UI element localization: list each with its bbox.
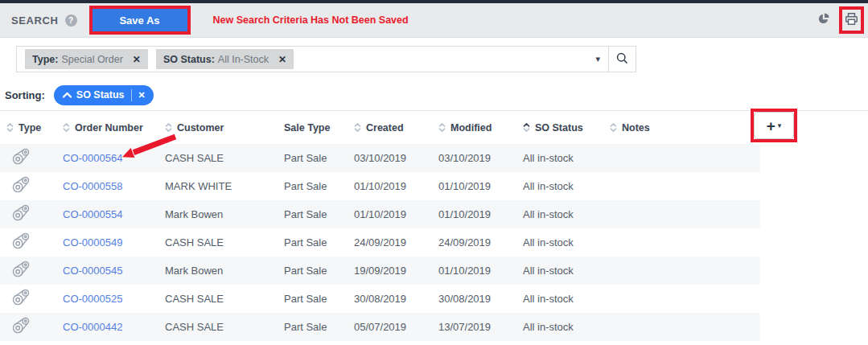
column-header-modified[interactable]: Modified: [438, 121, 523, 133]
column-label: Type: [19, 122, 41, 133]
sale-type-cell: Part Sale: [284, 293, 354, 305]
filter-chip-type[interactable]: Type: Special Order ✕: [25, 49, 148, 69]
order-number-cell: CO-0000564: [63, 152, 165, 164]
add-column-button[interactable]: + ▾: [754, 112, 794, 139]
column-header-sale-type: Sale Type: [284, 122, 354, 133]
search-header-bar: SEARCH ? Save As New Search Criteria Has…: [0, 3, 868, 38]
sorting-bar: Sorting: SO Status ✕: [0, 80, 868, 110]
column-header-created[interactable]: Created: [354, 121, 438, 133]
so-status-cell: All in-stock: [523, 180, 610, 192]
chart-view-button[interactable]: [815, 10, 832, 30]
type-cell: [6, 148, 63, 168]
filter-chip-label: Type:: [32, 54, 58, 65]
so-status-cell: All in-stock: [523, 152, 610, 164]
print-button[interactable]: [842, 10, 861, 31]
sale-type-cell: Part Sale: [284, 208, 354, 220]
table-row[interactable]: CO-0000545 Mark Bowen Part Sale 19/09/20…: [0, 257, 760, 285]
filter-chip-so-status[interactable]: SO Status: All In-Stock ✕: [156, 49, 294, 69]
special-order-belt-icon: [11, 261, 31, 281]
order-number-cell: CO-0000558: [63, 180, 165, 192]
order-number-cell: CO-0000525: [63, 293, 165, 305]
column-label: Modified: [450, 122, 492, 133]
order-number-link[interactable]: CO-0000558: [63, 180, 122, 192]
order-number-link[interactable]: CO-0000554: [63, 208, 122, 220]
order-number-link[interactable]: CO-0000545: [63, 265, 122, 277]
page-title: SEARCH: [11, 14, 59, 27]
customer-cell: Mark Bowen: [165, 265, 284, 277]
run-search-button[interactable]: [609, 46, 636, 72]
customer-cell: CASH SALE: [165, 321, 284, 333]
remove-filter-icon[interactable]: ✕: [278, 54, 286, 65]
sale-type-cell: Part Sale: [284, 180, 354, 192]
customer-cell: CASH SALE: [165, 152, 284, 164]
order-number-cell: CO-0000442: [63, 321, 165, 333]
column-header-so-status[interactable]: SO Status: [523, 121, 610, 133]
filter-bar: Type: Special Order ✕ SO Status: All In-…: [0, 38, 868, 80]
column-header-order-number[interactable]: Order Number: [63, 121, 165, 133]
printer-icon: [844, 11, 859, 29]
column-label: Customer: [177, 122, 224, 133]
unsaved-criteria-warning: New Search Criteria Has Not Been Saved: [213, 14, 409, 26]
sale-type-cell: Part Sale: [284, 152, 354, 164]
sale-type-cell: Part Sale: [284, 265, 354, 277]
type-cell: [6, 317, 63, 337]
special-order-belt-icon: [11, 317, 31, 337]
table-row[interactable]: CO-0000564 CASH SALE Part Sale 03/10/201…: [0, 144, 760, 172]
filter-chip-value: All In-Stock: [218, 54, 269, 65]
special-order-belt-icon: [11, 176, 31, 196]
order-number-link[interactable]: CO-0000564: [63, 152, 122, 164]
sort-chip-value: SO Status: [76, 89, 125, 101]
order-number-cell: CO-0000545: [63, 265, 165, 277]
column-header-type[interactable]: Type: [6, 121, 63, 133]
pie-chart-icon: [817, 12, 830, 28]
table-header-row: Type Order Number Customer Sale Type Cre…: [0, 111, 760, 144]
highlight-box-print: [839, 6, 864, 34]
remove-sort-icon[interactable]: ✕: [138, 90, 146, 101]
order-number-link[interactable]: CO-0000549: [63, 236, 122, 248]
modified-cell: 13/07/2019: [438, 321, 523, 333]
chevron-down-icon[interactable]: ▾: [595, 54, 600, 64]
modified-cell: 01/10/2019: [438, 180, 523, 192]
chevron-up-icon: [62, 91, 72, 99]
modified-cell: 24/09/2019: [438, 236, 523, 248]
remove-filter-icon[interactable]: ✕: [133, 54, 141, 65]
modified-cell: 30/08/2019: [438, 293, 523, 305]
created-cell: 03/10/2019: [354, 152, 438, 164]
column-label: Notes: [622, 122, 650, 133]
so-status-cell: All in-stock: [523, 208, 610, 220]
sorting-label: Sorting:: [5, 89, 45, 101]
created-cell: 19/09/2019: [354, 265, 438, 277]
modified-cell: 01/10/2019: [438, 208, 523, 220]
order-number-link[interactable]: CO-0000442: [63, 321, 122, 333]
table-row[interactable]: CO-0000549 CASH SALE Part Sale 24/09/201…: [0, 228, 760, 257]
sale-type-cell: Part Sale: [284, 321, 354, 333]
save-as-button[interactable]: Save As: [93, 9, 187, 31]
created-cell: 30/08/2019: [354, 293, 438, 305]
sort-chip-so-status[interactable]: SO Status ✕: [54, 85, 154, 105]
type-cell: [6, 289, 63, 309]
table-row[interactable]: CO-0000525 CASH SALE Part Sale 30/08/201…: [0, 285, 760, 313]
so-status-cell: All in-stock: [523, 321, 610, 333]
created-cell: 05/07/2019: [354, 321, 438, 333]
search-criteria-input[interactable]: Type: Special Order ✕ SO Status: All In-…: [16, 46, 609, 72]
special-order-belt-icon: [11, 289, 31, 309]
highlight-box-add-column: + ▾: [751, 109, 797, 142]
column-label: Created: [366, 122, 404, 133]
order-number-link[interactable]: CO-0000525: [63, 293, 122, 305]
table-row[interactable]: CO-0000558 MARK WHITE Part Sale 01/10/20…: [0, 172, 760, 200]
filter-chip-label: SO Status:: [163, 54, 215, 65]
order-number-cell: CO-0000554: [63, 208, 165, 220]
column-header-customer[interactable]: Customer: [165, 121, 284, 133]
table-row[interactable]: CO-0000554 Mark Bowen Part Sale 01/10/20…: [0, 200, 760, 228]
column-header-notes[interactable]: Notes: [610, 121, 760, 133]
column-label: SO Status: [535, 122, 583, 133]
modified-cell: 03/10/2019: [438, 152, 523, 164]
customer-cell: CASH SALE: [165, 293, 284, 305]
table-row[interactable]: CO-0000442 CASH SALE Part Sale 05/07/201…: [0, 313, 760, 341]
special-order-belt-icon: [11, 148, 31, 168]
sort-chip-divider: [131, 89, 132, 101]
search-icon: [615, 51, 629, 68]
help-icon[interactable]: ?: [65, 14, 77, 27]
special-order-belt-icon: [11, 204, 31, 224]
type-cell: [6, 261, 63, 281]
